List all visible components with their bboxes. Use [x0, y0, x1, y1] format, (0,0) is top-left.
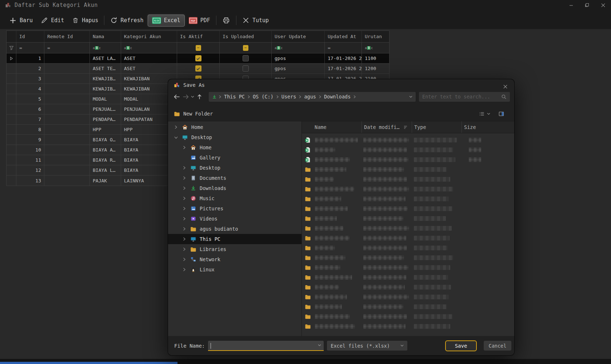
tree-expander[interactable] — [181, 258, 187, 261]
tree-expander[interactable] — [181, 247, 187, 251]
tree-item-desktop[interactable]: Desktop — [168, 163, 301, 173]
file-row[interactable] — [302, 145, 514, 155]
up-button[interactable] — [195, 92, 204, 101]
tree-item-pictures[interactable]: Pictures — [168, 203, 301, 214]
tree-expander[interactable] — [181, 227, 187, 231]
tree-item-home[interactable]: Home — [168, 142, 301, 153]
history-dropdown-button[interactable] — [190, 92, 195, 101]
table-row[interactable]: 1ASET LA…ASETgpos17-01-2026 2…1100 — [7, 53, 389, 64]
checkbox-checked[interactable] — [195, 55, 201, 61]
tree-item-libraries[interactable]: Libraries — [168, 244, 301, 254]
tree-item-music[interactable]: Music — [168, 193, 301, 203]
file-header-type[interactable]: Type — [412, 121, 462, 133]
grid-filter-cell[interactable]: = — [16, 43, 44, 53]
tree-expander[interactable] — [181, 237, 187, 241]
tree-item-documents[interactable]: Documents — [168, 173, 301, 183]
breadcrumb-segment[interactable]: Users — [281, 94, 297, 100]
checkbox-unchecked[interactable] — [243, 55, 249, 61]
save-button[interactable]: Save — [445, 340, 477, 351]
file-row[interactable] — [302, 214, 514, 223]
tree-expander[interactable] — [181, 217, 187, 221]
grid-header-is-uploaded[interactable]: Is Uploaded — [220, 31, 272, 42]
preview-pane-icon[interactable] — [499, 111, 504, 117]
address-dropdown-icon[interactable] — [409, 96, 412, 98]
grid-filter-cell[interactable]: = — [325, 43, 362, 53]
file-row[interactable] — [302, 174, 514, 184]
tree-item-gallery[interactable]: Gallery — [168, 153, 301, 163]
toolbar-excel-button[interactable]: XLSXExcel — [148, 15, 185, 27]
grid-filter-cell[interactable]: aBc — [272, 43, 325, 53]
grid-header-nama[interactable]: Nama — [90, 31, 121, 42]
file-row[interactable] — [302, 292, 514, 302]
tree-expander[interactable] — [181, 146, 187, 149]
file-row[interactable] — [302, 253, 514, 263]
tree-item-network[interactable]: Network — [168, 254, 301, 264]
file-row[interactable] — [302, 263, 514, 272]
grid-filter-cell[interactable]: − — [177, 43, 220, 53]
breadcrumb-segment[interactable]: OS (C:) — [252, 94, 274, 100]
tree-item-home[interactable]: Home — [168, 122, 301, 132]
close-button[interactable] — [595, 0, 611, 10]
checkbox-unchecked[interactable] — [243, 65, 249, 72]
file-row[interactable] — [302, 282, 514, 292]
file-row[interactable] — [302, 243, 514, 253]
file-row[interactable] — [302, 155, 514, 165]
file-row[interactable] — [302, 194, 514, 204]
grid-filter-cell[interactable]: aBc — [362, 43, 388, 53]
toolbar-pdf-button[interactable]: PDFPDF — [185, 15, 214, 26]
file-header-date-modifi-[interactable]: Date modifi… — [362, 121, 412, 133]
tree-expander[interactable] — [181, 197, 187, 200]
tree-item-this-pc[interactable]: This PC — [168, 234, 301, 244]
tree-expander[interactable] — [173, 136, 179, 139]
table-row[interactable]: 2ASET TE…ASETgpos17-01-2026 2…1200 — [7, 64, 389, 74]
file-row[interactable] — [302, 321, 514, 331]
tree-expander[interactable] — [181, 166, 187, 170]
grid-header-urutan[interactable]: Urutan — [362, 31, 388, 42]
chevron-down-icon[interactable] — [487, 113, 490, 115]
forward-button[interactable] — [181, 92, 190, 101]
grid-header-remote-id[interactable]: Remote Id — [44, 31, 90, 42]
tree-item-videos[interactable]: Videos — [168, 214, 301, 224]
file-row[interactable] — [302, 223, 514, 233]
breadcrumb-segment[interactable]: This PC — [223, 94, 245, 100]
grid-header-updated-at[interactable]: Updated At — [325, 31, 362, 42]
tree-expander[interactable] — [181, 207, 187, 210]
file-row[interactable] — [302, 165, 514, 174]
file-header-size[interactable]: Size — [462, 121, 514, 133]
tree-item-agus-budianto[interactable]: agus budianto — [168, 224, 301, 234]
grid-filter-cell[interactable]: aBc — [121, 43, 177, 53]
toolbar-refresh-button[interactable]: Refresh — [106, 15, 147, 26]
toolbar-baru-button[interactable]: Baru — [5, 15, 37, 27]
file-row[interactable] — [302, 302, 514, 312]
file-name-input[interactable] — [208, 341, 324, 351]
new-folder-button[interactable]: New Folder — [183, 111, 213, 117]
grid-header-kategori-akun[interactable]: Kategori Akun — [121, 31, 177, 42]
file-row[interactable] — [302, 184, 514, 194]
maximize-button[interactable] — [579, 0, 595, 10]
grid-filter-cell[interactable]: aBc — [90, 43, 121, 53]
tree-expander[interactable] — [181, 268, 187, 271]
breadcrumb-segment[interactable]: Downloads — [323, 94, 351, 100]
tree-expander[interactable] — [181, 176, 187, 180]
checkbox-checked[interactable] — [195, 65, 201, 72]
minimize-button[interactable] — [563, 0, 579, 10]
grid-header-is-aktif[interactable]: Is Aktif — [177, 31, 220, 42]
toolbar-tutup-button[interactable]: Tutup — [238, 15, 273, 26]
tree-expander[interactable] — [173, 125, 179, 129]
tree-expander[interactable] — [181, 186, 187, 190]
tree-item-downloads[interactable]: Downloads — [168, 183, 301, 193]
file-row[interactable] — [302, 312, 514, 321]
grid-filter-cell[interactable]: = — [44, 43, 90, 53]
file-row[interactable] — [302, 204, 514, 214]
toolbar-edit-button[interactable]: Edit — [37, 15, 68, 26]
file-row[interactable] — [302, 135, 514, 145]
grid-filter-cell[interactable]: − — [220, 43, 272, 53]
grid-header-user-update[interactable]: User Update — [272, 31, 325, 42]
breadcrumb-segment[interactable]: agus — [303, 94, 317, 100]
address-bar[interactable]: This PCOS (C:)UsersagusDownloads — [209, 92, 416, 102]
file-row[interactable] — [302, 272, 514, 282]
list-view-icon[interactable] — [479, 111, 484, 117]
grid-header-id[interactable]: Id — [16, 31, 44, 42]
file-type-select[interactable]: Excel files (*.xlsx) — [327, 341, 407, 351]
toolbar-print-button[interactable] — [218, 14, 234, 27]
